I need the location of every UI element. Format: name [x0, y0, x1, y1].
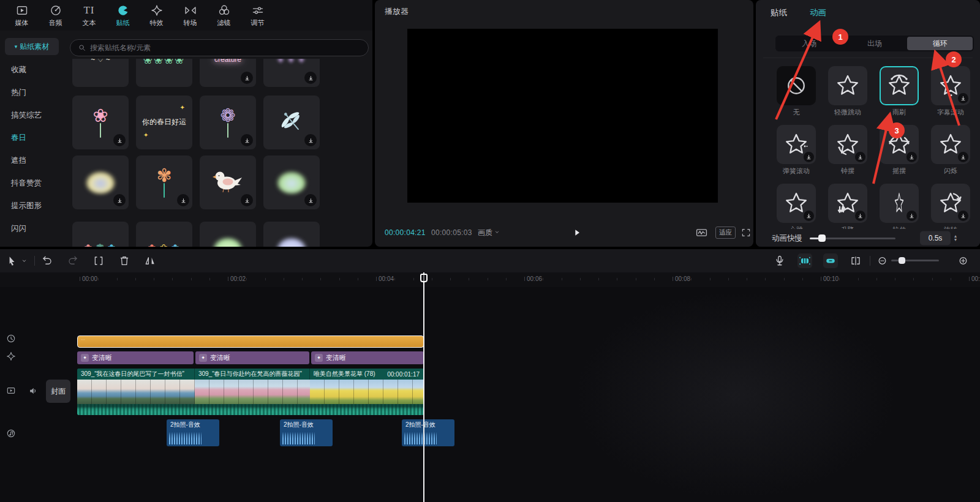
speed-value[interactable]: 0.5s [920, 231, 951, 245]
nav-filter[interactable]: 滤镜 [207, 0, 241, 31]
download-icon[interactable] [958, 211, 968, 221]
timeline-zoom-slider[interactable] [891, 260, 939, 261]
download-icon[interactable] [241, 72, 253, 84]
nav-sticker[interactable]: 贴纸 [106, 0, 140, 31]
nav-transition[interactable]: 转场 [173, 0, 207, 31]
download-icon[interactable] [113, 134, 126, 146]
timeline-ruler[interactable]: 00:0000:0200:0400:0600:0800:1000:12 [0, 272, 980, 287]
sticker-purple-buds[interactable]: ❁ [200, 96, 256, 149]
delete-button[interactable] [119, 255, 130, 266]
nav-effects[interactable]: 特效 [140, 0, 173, 31]
quality-dropdown[interactable]: 画质 [478, 228, 500, 238]
download-icon[interactable] [304, 72, 317, 84]
download-icon[interactable] [958, 93, 968, 103]
audio-clip-2[interactable]: 2拍照-音效 [280, 419, 333, 446]
download-icon[interactable] [177, 194, 189, 206]
select-tool-caret[interactable] [21, 258, 28, 264]
animation-flicker[interactable] [931, 125, 970, 164]
tab-animation-tab[interactable]: 动画 [810, 7, 826, 18]
waveform-button[interactable] [696, 227, 707, 239]
sticker-purple-glow-text[interactable]: ✦✦✦ [263, 59, 320, 87]
zoom-in-button[interactable] [958, 256, 968, 266]
animation-rotate[interactable] [931, 184, 970, 223]
animation-heartbeat[interactable] [777, 184, 816, 223]
download-icon[interactable] [804, 211, 814, 221]
download-icon[interactable] [907, 152, 917, 162]
audio-track-icon[interactable] [6, 429, 16, 438]
segment-in[interactable]: 入场 [777, 37, 842, 50]
play-button[interactable] [572, 228, 582, 238]
link-preview-toggle[interactable] [823, 253, 838, 268]
video-clip[interactable]: 309_“我在这春日的尾巴写了一封书信”309_“春日与你赴约在梵高的蔷薇花园”… [77, 369, 424, 415]
sticker-handwritten-phrase[interactable]: ~ ♡ ~ [72, 59, 129, 87]
speed-slider-handle[interactable] [818, 234, 826, 242]
download-icon[interactable] [804, 152, 814, 162]
sticker-wildflowers[interactable]: ✿❀✿ [136, 222, 192, 247]
animation-spring-scroll[interactable] [777, 125, 816, 164]
download-icon[interactable] [958, 152, 968, 162]
zoom-slider-handle[interactable] [899, 257, 905, 264]
segment-loop[interactable]: 循环 [907, 37, 973, 50]
download-icon[interactable] [855, 152, 865, 162]
effect-clip-2[interactable]: ✦变清晰 [195, 351, 309, 364]
sidebar-category-funny-variety[interactable]: 搞笑综艺 [0, 104, 64, 127]
download-icon[interactable] [113, 194, 126, 206]
animation-stretch[interactable] [880, 184, 919, 223]
record-voiceover-button[interactable] [774, 255, 785, 266]
download-icon[interactable] [907, 211, 917, 221]
sticker-spring-luck-text[interactable]: 你的春日好运✦✦ [136, 96, 192, 149]
fullscreen-button[interactable] [741, 228, 751, 238]
tab-sticker-tab[interactable]: 贴纸 [771, 7, 787, 18]
split-button[interactable] [93, 255, 104, 266]
sticker-heart-blob[interactable] [72, 155, 129, 209]
sidebar-category-hint-graphics[interactable]: 提示图形 [0, 195, 64, 217]
speed-stepper[interactable]: ▴▾ [954, 234, 957, 242]
animation-wiper[interactable] [880, 66, 919, 105]
sticker-dragonfly[interactable] [263, 96, 320, 149]
animation-pendulum[interactable] [828, 125, 867, 164]
sticker-creature-text[interactable]: creature [200, 59, 256, 87]
animation-slight-bounce[interactable] [828, 66, 867, 105]
video-track-icon[interactable] [6, 386, 16, 395]
download-icon[interactable] [855, 211, 865, 221]
animation-sway[interactable] [880, 125, 919, 164]
download-icon[interactable] [241, 134, 253, 146]
sticker-orange-flower[interactable]: ✾ [136, 155, 192, 209]
animation-subtitle-scroll[interactable] [931, 66, 970, 105]
sticker-material-dropdown[interactable]: ▾ 贴纸素材 [5, 38, 59, 55]
download-icon[interactable] [241, 194, 253, 206]
mirror-button[interactable] [145, 255, 156, 266]
sticker-clip[interactable]: ⋯ [77, 335, 424, 348]
sidebar-category-sparkle[interactable]: 闪闪 [0, 217, 64, 240]
snap-toggle[interactable] [797, 253, 812, 268]
nav-text[interactable]: TI文本 [72, 0, 106, 31]
sticker-pink-tulip[interactable]: ❀ [72, 96, 129, 149]
download-icon[interactable] [304, 134, 317, 146]
sticker-lavender-heart[interactable] [263, 222, 320, 247]
download-icon[interactable] [304, 194, 317, 206]
sidebar-category-favorites[interactable]: 收藏 [0, 59, 64, 81]
nav-media[interactable]: 媒体 [5, 0, 39, 31]
sidebar-category-occlusion[interactable]: 遮挡 [0, 149, 64, 172]
mute-track-icon[interactable] [28, 386, 37, 395]
undo-button[interactable] [42, 255, 53, 266]
sticker-pink-bird[interactable] [200, 155, 256, 209]
sticker-search-input[interactable]: 搜索贴纸名称/元素 [70, 39, 369, 56]
fit-button[interactable]: 适应 [715, 227, 736, 239]
sticker-foliage[interactable]: ✿❁✿ [72, 222, 129, 247]
sidebar-category-douyin-reward[interactable]: 抖音赞赏 [0, 172, 64, 195]
animation-lift[interactable] [828, 184, 867, 223]
audio-clip-3[interactable]: 2拍照-音效 [402, 419, 454, 446]
playhead-handle[interactable] [420, 274, 428, 282]
select-tool[interactable] [6, 255, 17, 266]
sidebar-category-hot[interactable]: 热门 [0, 81, 64, 104]
playhead[interactable] [423, 272, 424, 502]
sidebar-category-spring[interactable]: 春日 [0, 127, 64, 149]
sticker-track-icon[interactable] [6, 334, 16, 343]
redo-button[interactable] [67, 255, 78, 266]
segment-out[interactable]: 出场 [842, 37, 908, 50]
effect-clip-3[interactable]: ✦变清晰 [311, 351, 424, 364]
speed-slider[interactable] [810, 234, 895, 242]
preview-axis-button[interactable] [850, 255, 861, 266]
zoom-out-button[interactable] [877, 256, 888, 266]
